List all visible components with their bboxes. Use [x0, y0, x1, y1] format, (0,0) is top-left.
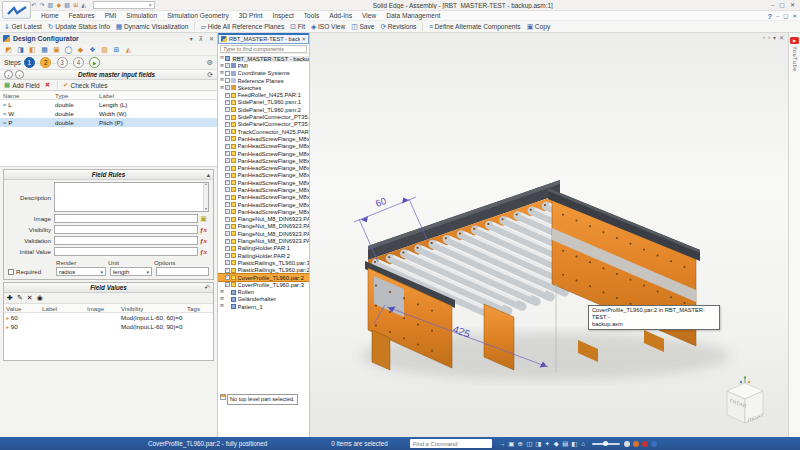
toolbar-button[interactable]	[194, 22, 197, 31]
visibility-checkbox[interactable]	[225, 231, 230, 236]
youtube-icon[interactable]: ▶	[790, 37, 799, 44]
ribbon-tab[interactable]: PMI	[100, 12, 122, 19]
prev-doc-icon[interactable]: ‹	[763, 34, 765, 41]
visibility-checkbox[interactable]	[225, 253, 230, 258]
visibility-field[interactable]	[54, 225, 198, 234]
status-tool-icon[interactable]: ◨	[534, 440, 543, 448]
application-button[interactable]	[2, 1, 31, 19]
unit-select[interactable]: length▾	[110, 267, 152, 276]
visibility-checkbox[interactable]	[225, 209, 230, 214]
configurator-tool-icon[interactable]: ◆	[75, 45, 86, 55]
tree-node[interactable]: PanHeadScrewFlange_M8x12.PAR:6	[218, 179, 309, 186]
visibility-checkbox[interactable]	[225, 100, 230, 105]
status-tool-icon[interactable]: ◧	[570, 440, 579, 448]
visibility-checkbox[interactable]	[225, 239, 230, 244]
refresh-icon[interactable]: ⟳	[207, 71, 213, 79]
add-field-button[interactable]: ▦ Add Field	[4, 81, 40, 89]
ribbon-tab[interactable]: Home	[36, 12, 64, 19]
status-tool-icon[interactable]: ◫	[525, 440, 534, 448]
tree-node[interactable]: FlangeNut_M8_DIN6923.PAR:2	[218, 237, 309, 244]
step-1-button[interactable]: 1	[24, 57, 35, 68]
visibility-checkbox[interactable]	[225, 166, 230, 171]
ribbon-tab[interactable]: View	[357, 12, 381, 19]
options-field[interactable]	[156, 267, 209, 276]
pathfinder-tab[interactable]: RBT_MASTER-TEST - backu... ✕	[218, 33, 309, 44]
visibility-checkbox[interactable]	[225, 246, 230, 251]
ribbon-tab[interactable]: Data Management	[381, 12, 445, 19]
toolbar-button[interactable]: ⇓ Get Latest	[4, 23, 42, 30]
toolbar-button[interactable]: ▱ Hide All Reference Planes	[201, 23, 285, 30]
tree-node[interactable]: RailingHolder.PAR:2	[218, 252, 309, 259]
quick-access-icon[interactable]: ◆	[56, 2, 61, 8]
configurator-tool-icon[interactable]: ▧	[99, 45, 110, 55]
chevron-down-icon[interactable]: ▾	[773, 34, 776, 41]
visibility-checkbox[interactable]	[225, 122, 230, 127]
tree-node[interactable]: CoverProfile_TL960.par:2	[218, 274, 309, 281]
quick-access-icon[interactable]: ↶	[31, 2, 36, 8]
restore-button[interactable]: ▢	[779, 2, 785, 8]
configurator-tool-icon[interactable]: ◨	[15, 45, 26, 55]
tree-root[interactable]: ⊟ RBT_MASTER-TEST - backup.asm	[218, 55, 309, 62]
quick-access-icon[interactable]: ◭	[81, 2, 86, 8]
visibility-checkbox[interactable]	[225, 158, 230, 163]
validation-field[interactable]	[54, 236, 198, 245]
run-button[interactable]: ▶	[89, 57, 100, 68]
visibility-checkbox[interactable]	[225, 107, 230, 112]
ribbon-tab[interactable]: 3D Print	[234, 12, 268, 19]
tree-node[interactable]: FeedRoller_N425.PAR:1	[218, 91, 309, 98]
configurator-tool-icon[interactable]: ◩	[3, 45, 14, 55]
visibility-checkbox[interactable]	[225, 78, 230, 83]
status-dot-icon[interactable]	[651, 441, 657, 447]
chevron-down-icon[interactable]: ▾	[190, 36, 193, 42]
graphics-viewport[interactable]: ‹ › ▾ ✕	[310, 33, 788, 437]
quick-access-icon[interactable]: ▨	[64, 2, 70, 8]
tree-node[interactable]: PanHeadScrewFlange_M8x12.PAR:10	[218, 208, 309, 215]
visibility-checkbox[interactable]	[225, 260, 230, 265]
close-icon[interactable]: ✕	[209, 36, 214, 42]
value-row[interactable]: ▸90 Mod(Input.L-60, 90)=0	[4, 322, 213, 331]
quick-access-icon[interactable]: ⊞	[73, 2, 78, 8]
configurator-tool-icon[interactable]: ◯	[63, 45, 74, 55]
expander-icon[interactable]: ⊞	[220, 304, 225, 309]
visibility-checkbox[interactable]	[225, 180, 230, 185]
tree-node[interactable]: SidePanelConnector_PT35.PAR:1	[218, 113, 309, 120]
visibility-checkbox[interactable]	[225, 282, 230, 287]
visibility-checkbox[interactable]	[225, 173, 230, 178]
next-doc-icon[interactable]: ›	[768, 34, 770, 41]
ribbon-tab[interactable]: Tools	[299, 12, 324, 19]
help-icon[interactable]: ?	[768, 13, 772, 20]
step-4-button[interactable]: 4	[73, 57, 84, 68]
function-icon[interactable]: ƒx	[198, 237, 209, 245]
toolbar-button[interactable]: ↻ Update Status Info	[48, 23, 110, 30]
toolbar-button[interactable]: ▣ Copy	[527, 23, 551, 30]
status-dot-icon[interactable]	[624, 441, 630, 447]
visibility-checkbox[interactable]	[225, 115, 230, 120]
tree-node[interactable]: ⊞ Reference Planes	[218, 77, 309, 84]
ribbon-tab[interactable]: Add-Ins	[324, 12, 357, 19]
visibility-checkbox[interactable]	[225, 187, 230, 192]
field-row[interactable]: =L double Length (L)	[0, 100, 217, 109]
tree-node[interactable]: RailingHolder.PAR:1	[218, 245, 309, 252]
field-values-tool-icon[interactable]: ◉	[37, 294, 43, 302]
status-tool-icon[interactable]: ▤	[561, 440, 570, 448]
configurator-tool-icon[interactable]: ❖	[87, 45, 98, 55]
gear-icon[interactable]: ⊛	[206, 58, 213, 67]
status-tool-icon[interactable]: →	[498, 440, 507, 447]
configurator-tool-icon[interactable]: ⊞	[111, 45, 122, 55]
toolbar-button[interactable]: ⊡ Fit	[290, 23, 305, 30]
tree-node[interactable]: ⊞ Pattern_1	[218, 303, 309, 310]
tree-node[interactable]: TrackConnector_N425.PAR:1	[218, 128, 309, 135]
tree-node[interactable]: SidePanelConnector_PT35.PAR:2	[218, 121, 309, 128]
tree-node[interactable]: SidePanel_TL960.psm:1	[218, 99, 309, 106]
close-button[interactable]: ✕	[790, 2, 795, 8]
tree-node[interactable]: PanHeadScrewFlange_M8x12.PAR:2	[218, 150, 309, 157]
close-view-icon[interactable]: ✕	[779, 34, 784, 41]
ribbon-tab[interactable]: Simulation Geometry	[162, 12, 234, 19]
tree-node[interactable]: PanHeadScrewFlange_M8x12.PAR:12	[218, 194, 309, 201]
visibility-checkbox[interactable]	[225, 224, 230, 229]
visibility-checkbox[interactable]	[225, 129, 230, 134]
visibility-checkbox[interactable]	[225, 195, 230, 200]
ribbon-tab[interactable]: Simulation	[121, 12, 162, 19]
expander-icon[interactable]: ⊞	[220, 297, 225, 302]
tree-node[interactable]: ⊞ Geländerhalter	[218, 296, 309, 303]
